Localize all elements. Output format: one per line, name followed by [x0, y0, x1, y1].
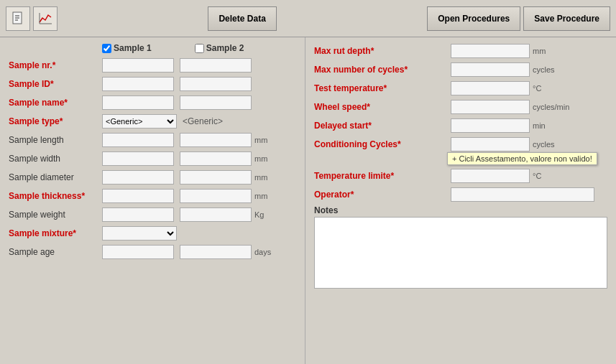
save-procedure-button[interactable]: Save Procedure [523, 6, 610, 31]
sample-weight-input1[interactable] [102, 207, 174, 222]
sample2-checkbox[interactable] [195, 44, 204, 53]
delayed-start-row: Delayed start* min [314, 118, 607, 134]
conditioning-cycles-tooltip: + Cicli Assestamento, valore non valido! [447, 152, 597, 165]
sample-id-input2[interactable] [180, 77, 252, 91]
sample1-checkbox[interactable] [102, 44, 111, 53]
sample-name-input1[interactable] [102, 95, 174, 110]
sample1-text: Sample 1 [114, 43, 152, 53]
sample2-label[interactable]: Sample 2 [195, 43, 244, 53]
left-panel: Sample 1 Sample 2 Sample nr.* Sample ID*… [0, 37, 305, 364]
sample-nr-row: Sample nr.* [9, 57, 296, 73]
toolbar: Delete Data Open Procedures Save Procedu… [0, 0, 616, 37]
sample1-label[interactable]: Sample 1 [102, 43, 152, 53]
sample-nr-label: Sample nr.* [9, 60, 102, 70]
conditioning-cycles-input[interactable] [451, 137, 530, 151]
chart-icon [37, 11, 53, 27]
sample-width-label: Sample width [9, 154, 102, 164]
temp-limite-input[interactable] [451, 169, 530, 183]
sample-nr-input2[interactable] [180, 58, 252, 73]
chart-icon-button[interactable] [33, 6, 58, 31]
sample-age-unit: days [254, 248, 276, 256]
temp-limite-label: Temperature limite* [314, 171, 451, 181]
sample-type-row: Sample type* <Generic> <Generic> [9, 113, 296, 129]
sample-length-label: Sample length [9, 135, 102, 145]
sample-thickness-unit: mm [254, 192, 276, 200]
sample-diameter-row: Sample diameter mm [9, 169, 296, 185]
sample-diameter-input2[interactable] [180, 170, 252, 185]
sample-id-row: Sample ID* [9, 76, 296, 92]
sample-name-input2[interactable] [180, 95, 252, 110]
sample-length-row: Sample length mm [9, 132, 296, 148]
sample-length-input1[interactable] [102, 133, 174, 147]
sample-weight-row: Sample weight Kg [9, 207, 296, 223]
notes-textarea[interactable] [314, 217, 607, 289]
wheel-speed-label: Wheel speed* [314, 102, 451, 112]
delayed-start-unit: min [533, 121, 569, 130]
max-rut-depth-unit: mm [533, 47, 569, 55]
sample2-text: Sample 2 [206, 43, 244, 53]
sample-length-unit: mm [254, 136, 276, 144]
delayed-start-input[interactable] [451, 118, 530, 133]
max-cycles-row: Max number of cycles* cycles [314, 62, 607, 78]
temp-limite-row: Temperature limite* °C [314, 168, 607, 184]
delete-data-button[interactable]: Delete Data [208, 6, 276, 31]
operator-row: Operator* [314, 187, 607, 202]
max-rut-depth-row: Max rut depth* mm [314, 43, 607, 59]
sample-age-label: Sample age [9, 247, 102, 257]
sample-age-input2[interactable] [180, 245, 252, 259]
wheel-speed-input[interactable] [451, 100, 530, 114]
sample-mixture-label: Sample mixture* [9, 228, 102, 238]
wheel-speed-row: Wheel speed* cycles/min [314, 99, 607, 115]
sample-headers: Sample 1 Sample 2 [102, 43, 296, 53]
sample-mixture-select[interactable] [102, 226, 177, 241]
sample-weight-unit: Kg [254, 210, 276, 219]
sample-weight-input2[interactable] [180, 207, 252, 222]
sample-mixture-row: Sample mixture* [9, 225, 296, 241]
temp-limite-unit: °C [533, 172, 569, 180]
sample-thickness-row: Sample thickness* mm [9, 188, 296, 204]
sample-diameter-input1[interactable] [102, 170, 174, 185]
max-cycles-input[interactable] [451, 62, 530, 77]
sample-id-input1[interactable] [102, 77, 174, 91]
sample-id-label: Sample ID* [9, 79, 102, 89]
main-content: Sample 1 Sample 2 Sample nr.* Sample ID*… [0, 37, 616, 364]
sample-type-label: Sample type* [9, 116, 102, 126]
test-temp-label: Test temperature* [314, 83, 451, 93]
right-panel: Max rut depth* mm Max number of cycles* … [305, 37, 616, 364]
sample-width-row: Sample width mm [9, 151, 296, 167]
operator-input[interactable] [451, 187, 594, 202]
sample-diameter-unit: mm [254, 173, 276, 182]
sample-thickness-input2[interactable] [180, 189, 252, 203]
max-cycles-label: Max number of cycles* [314, 65, 451, 75]
sample-age-row: Sample age days [9, 244, 296, 260]
sample-type-select[interactable]: <Generic> [102, 114, 177, 129]
sample-name-label: Sample name* [9, 98, 102, 108]
sample-type-second: <Generic> [183, 116, 223, 126]
sample-width-input1[interactable] [102, 151, 174, 166]
sample-weight-label: Sample weight [9, 210, 102, 220]
doc-icon-button[interactable] [6, 6, 30, 31]
document-icon [10, 11, 26, 27]
conditioning-cycles-label: Conditioning Cycles* [314, 139, 451, 149]
sample-width-input2[interactable] [180, 151, 252, 166]
sample-length-input2[interactable] [180, 133, 252, 147]
test-temp-input[interactable] [451, 81, 530, 95]
notes-section: Notes [314, 205, 607, 291]
sample-width-unit: mm [254, 154, 276, 163]
max-rut-depth-input[interactable] [451, 44, 530, 58]
max-rut-depth-label: Max rut depth* [314, 46, 451, 56]
test-temp-row: Test temperature* °C [314, 80, 607, 96]
delayed-start-label: Delayed start* [314, 121, 451, 131]
test-temp-unit: °C [533, 84, 569, 93]
max-cycles-unit: cycles [533, 65, 569, 74]
sample-nr-input1[interactable] [102, 58, 174, 73]
sample-name-row: Sample name* [9, 95, 296, 111]
sample-age-input1[interactable] [102, 245, 174, 259]
conditioning-cycles-row: Conditioning Cycles* cycles + Cicli Asse… [314, 136, 607, 152]
operator-label: Operator* [314, 190, 451, 200]
open-procedures-button[interactable]: Open Procedures [427, 6, 520, 31]
sample-thickness-input1[interactable] [102, 189, 174, 203]
sample-diameter-label: Sample diameter [9, 172, 102, 182]
wheel-speed-unit: cycles/min [533, 103, 569, 111]
conditioning-cycles-unit: cycles [533, 140, 569, 149]
